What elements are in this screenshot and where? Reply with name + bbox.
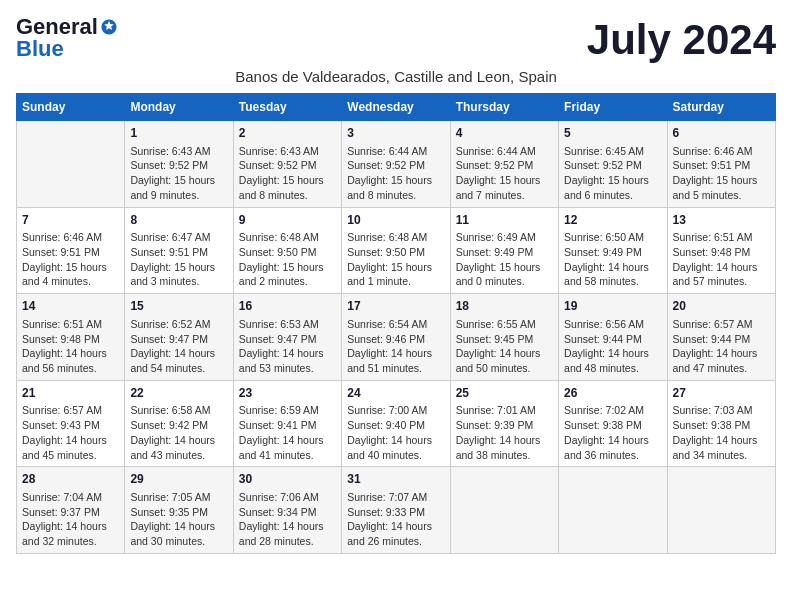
calendar-week-2: 7Sunrise: 6:46 AM Sunset: 9:51 PM Daylig… [17, 207, 776, 294]
calendar-cell: 27Sunrise: 7:03 AM Sunset: 9:38 PM Dayli… [667, 380, 775, 467]
calendar-cell: 7Sunrise: 6:46 AM Sunset: 9:51 PM Daylig… [17, 207, 125, 294]
calendar-cell: 1Sunrise: 6:43 AM Sunset: 9:52 PM Daylig… [125, 121, 233, 208]
calendar-cell: 26Sunrise: 7:02 AM Sunset: 9:38 PM Dayli… [559, 380, 667, 467]
calendar-cell: 31Sunrise: 7:07 AM Sunset: 9:33 PM Dayli… [342, 467, 450, 554]
header-day-wednesday: Wednesday [342, 94, 450, 121]
calendar-cell: 21Sunrise: 6:57 AM Sunset: 9:43 PM Dayli… [17, 380, 125, 467]
day-number: 29 [130, 471, 227, 488]
calendar-cell: 11Sunrise: 6:49 AM Sunset: 9:49 PM Dayli… [450, 207, 558, 294]
calendar-week-3: 14Sunrise: 6:51 AM Sunset: 9:48 PM Dayli… [17, 294, 776, 381]
day-info: Sunrise: 6:58 AM Sunset: 9:42 PM Dayligh… [130, 403, 227, 462]
day-info: Sunrise: 6:43 AM Sunset: 9:52 PM Dayligh… [239, 144, 336, 203]
day-number: 18 [456, 298, 553, 315]
day-info: Sunrise: 6:55 AM Sunset: 9:45 PM Dayligh… [456, 317, 553, 376]
day-number: 22 [130, 385, 227, 402]
day-info: Sunrise: 6:45 AM Sunset: 9:52 PM Dayligh… [564, 144, 661, 203]
day-number: 21 [22, 385, 119, 402]
calendar-cell [17, 121, 125, 208]
day-number: 13 [673, 212, 770, 229]
calendar-cell: 20Sunrise: 6:57 AM Sunset: 9:44 PM Dayli… [667, 294, 775, 381]
calendar-cell: 13Sunrise: 6:51 AM Sunset: 9:48 PM Dayli… [667, 207, 775, 294]
calendar-cell [667, 467, 775, 554]
day-info: Sunrise: 6:48 AM Sunset: 9:50 PM Dayligh… [347, 230, 444, 289]
day-number: 17 [347, 298, 444, 315]
day-info: Sunrise: 7:06 AM Sunset: 9:34 PM Dayligh… [239, 490, 336, 549]
calendar-cell: 25Sunrise: 7:01 AM Sunset: 9:39 PM Dayli… [450, 380, 558, 467]
day-number: 23 [239, 385, 336, 402]
day-info: Sunrise: 7:02 AM Sunset: 9:38 PM Dayligh… [564, 403, 661, 462]
calendar-table: SundayMondayTuesdayWednesdayThursdayFrid… [16, 93, 776, 554]
calendar-cell: 10Sunrise: 6:48 AM Sunset: 9:50 PM Dayli… [342, 207, 450, 294]
day-info: Sunrise: 6:44 AM Sunset: 9:52 PM Dayligh… [456, 144, 553, 203]
calendar-cell: 8Sunrise: 6:47 AM Sunset: 9:51 PM Daylig… [125, 207, 233, 294]
day-number: 20 [673, 298, 770, 315]
day-number: 4 [456, 125, 553, 142]
day-number: 1 [130, 125, 227, 142]
calendar-week-1: 1Sunrise: 6:43 AM Sunset: 9:52 PM Daylig… [17, 121, 776, 208]
calendar-cell: 30Sunrise: 7:06 AM Sunset: 9:34 PM Dayli… [233, 467, 341, 554]
day-number: 2 [239, 125, 336, 142]
logo-blue-text: Blue [16, 38, 64, 60]
header-day-sunday: Sunday [17, 94, 125, 121]
day-info: Sunrise: 6:51 AM Sunset: 9:48 PM Dayligh… [673, 230, 770, 289]
header-row: SundayMondayTuesdayWednesdayThursdayFrid… [17, 94, 776, 121]
day-info: Sunrise: 7:01 AM Sunset: 9:39 PM Dayligh… [456, 403, 553, 462]
day-number: 8 [130, 212, 227, 229]
header-day-saturday: Saturday [667, 94, 775, 121]
calendar-cell: 17Sunrise: 6:54 AM Sunset: 9:46 PM Dayli… [342, 294, 450, 381]
calendar-cell: 15Sunrise: 6:52 AM Sunset: 9:47 PM Dayli… [125, 294, 233, 381]
day-info: Sunrise: 6:49 AM Sunset: 9:49 PM Dayligh… [456, 230, 553, 289]
day-info: Sunrise: 6:57 AM Sunset: 9:43 PM Dayligh… [22, 403, 119, 462]
day-info: Sunrise: 6:51 AM Sunset: 9:48 PM Dayligh… [22, 317, 119, 376]
day-info: Sunrise: 6:59 AM Sunset: 9:41 PM Dayligh… [239, 403, 336, 462]
calendar-cell: 4Sunrise: 6:44 AM Sunset: 9:52 PM Daylig… [450, 121, 558, 208]
header-day-friday: Friday [559, 94, 667, 121]
day-info: Sunrise: 6:48 AM Sunset: 9:50 PM Dayligh… [239, 230, 336, 289]
logo: General Blue [16, 16, 118, 60]
day-info: Sunrise: 6:57 AM Sunset: 9:44 PM Dayligh… [673, 317, 770, 376]
calendar-cell: 28Sunrise: 7:04 AM Sunset: 9:37 PM Dayli… [17, 467, 125, 554]
day-number: 30 [239, 471, 336, 488]
calendar-cell: 6Sunrise: 6:46 AM Sunset: 9:51 PM Daylig… [667, 121, 775, 208]
calendar-cell: 3Sunrise: 6:44 AM Sunset: 9:52 PM Daylig… [342, 121, 450, 208]
header-day-tuesday: Tuesday [233, 94, 341, 121]
day-number: 12 [564, 212, 661, 229]
day-number: 31 [347, 471, 444, 488]
header-day-monday: Monday [125, 94, 233, 121]
calendar-cell: 9Sunrise: 6:48 AM Sunset: 9:50 PM Daylig… [233, 207, 341, 294]
day-info: Sunrise: 6:53 AM Sunset: 9:47 PM Dayligh… [239, 317, 336, 376]
day-number: 14 [22, 298, 119, 315]
location-subtitle: Banos de Valdearados, Castille and Leon,… [16, 68, 776, 85]
day-number: 9 [239, 212, 336, 229]
day-info: Sunrise: 6:47 AM Sunset: 9:51 PM Dayligh… [130, 230, 227, 289]
calendar-cell: 16Sunrise: 6:53 AM Sunset: 9:47 PM Dayli… [233, 294, 341, 381]
calendar-cell: 23Sunrise: 6:59 AM Sunset: 9:41 PM Dayli… [233, 380, 341, 467]
day-info: Sunrise: 7:07 AM Sunset: 9:33 PM Dayligh… [347, 490, 444, 549]
day-info: Sunrise: 7:05 AM Sunset: 9:35 PM Dayligh… [130, 490, 227, 549]
logo-icon [100, 18, 118, 36]
calendar-cell [450, 467, 558, 554]
calendar-cell: 12Sunrise: 6:50 AM Sunset: 9:49 PM Dayli… [559, 207, 667, 294]
day-number: 11 [456, 212, 553, 229]
calendar-week-5: 28Sunrise: 7:04 AM Sunset: 9:37 PM Dayli… [17, 467, 776, 554]
month-title: July 2024 [587, 16, 776, 64]
day-number: 10 [347, 212, 444, 229]
day-number: 25 [456, 385, 553, 402]
calendar-cell: 14Sunrise: 6:51 AM Sunset: 9:48 PM Dayli… [17, 294, 125, 381]
day-number: 15 [130, 298, 227, 315]
day-number: 24 [347, 385, 444, 402]
calendar-cell: 2Sunrise: 6:43 AM Sunset: 9:52 PM Daylig… [233, 121, 341, 208]
calendar-cell: 19Sunrise: 6:56 AM Sunset: 9:44 PM Dayli… [559, 294, 667, 381]
day-number: 28 [22, 471, 119, 488]
day-number: 19 [564, 298, 661, 315]
calendar-cell [559, 467, 667, 554]
calendar-header: SundayMondayTuesdayWednesdayThursdayFrid… [17, 94, 776, 121]
day-number: 3 [347, 125, 444, 142]
day-number: 27 [673, 385, 770, 402]
calendar-week-4: 21Sunrise: 6:57 AM Sunset: 9:43 PM Dayli… [17, 380, 776, 467]
logo-general-text: General [16, 16, 98, 38]
day-number: 7 [22, 212, 119, 229]
page-header: General Blue July 2024 [16, 16, 776, 64]
day-info: Sunrise: 6:50 AM Sunset: 9:49 PM Dayligh… [564, 230, 661, 289]
day-info: Sunrise: 6:46 AM Sunset: 9:51 PM Dayligh… [673, 144, 770, 203]
